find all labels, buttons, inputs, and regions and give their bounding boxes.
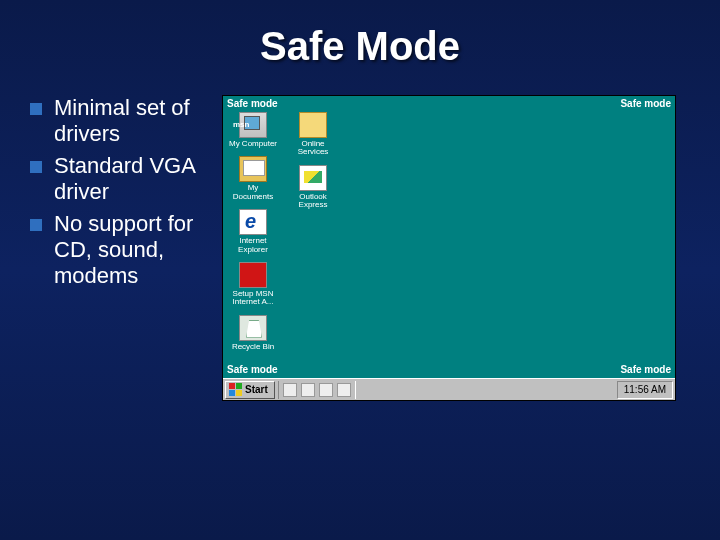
ie-icon (239, 209, 267, 235)
icon-column-2: Online Services Outlook Express (289, 112, 337, 351)
desktop-icon-recycle-bin[interactable]: Recycle Bin (229, 315, 277, 351)
quick-launch-item[interactable] (283, 383, 297, 397)
safe-mode-label-tr: Safe mode (620, 98, 671, 109)
icon-label: Setup MSN Internet A... (227, 290, 279, 307)
icon-label: Internet Explorer (227, 237, 279, 254)
start-label: Start (245, 384, 268, 395)
icon-column-1: My Computer My Documents Internet Explor… (229, 112, 277, 351)
bullet-text: No support for CD, sound, modems (54, 211, 208, 289)
windows-logo-icon (229, 383, 242, 396)
icon-label: Online Services (287, 140, 339, 157)
windows-safe-mode-screenshot: Safe mode Safe mode Safe mode Safe mode … (222, 95, 676, 401)
desktop-icon-setup-msn[interactable]: Setup MSN Internet A... (229, 262, 277, 307)
quick-launch-item[interactable] (319, 383, 333, 397)
quick-launch (278, 381, 356, 399)
desktop-icon-online-services[interactable]: Online Services (289, 112, 337, 157)
bullet-icon (30, 219, 42, 231)
bullet-text: Minimal set of drivers (54, 95, 208, 147)
msn-icon (239, 262, 267, 288)
system-tray-clock[interactable]: 11:56 AM (617, 381, 673, 399)
safe-mode-label-bl: Safe mode (227, 364, 278, 375)
bullet-item: Standard VGA driver (30, 153, 208, 205)
folder-icon (239, 156, 267, 182)
slide: Safe Mode Minimal set of drivers Standar… (0, 0, 720, 540)
bullet-icon (30, 161, 42, 173)
folder-icon (299, 112, 327, 138)
bullet-item: Minimal set of drivers (30, 95, 208, 147)
bullet-item: No support for CD, sound, modems (30, 211, 208, 289)
slide-title: Safe Mode (0, 0, 720, 69)
icon-label: My Documents (227, 184, 279, 201)
desktop-icon-my-documents[interactable]: My Documents (229, 156, 277, 201)
icon-label: Outlook Express (287, 193, 339, 210)
start-button[interactable]: Start (225, 381, 275, 399)
desktop-icon-outlook-express[interactable]: Outlook Express (289, 165, 337, 210)
desktop-icon-my-computer[interactable]: My Computer (229, 112, 277, 148)
slide-content: Minimal set of drivers Standard VGA driv… (0, 69, 720, 401)
outlook-icon (299, 165, 327, 191)
desktop-icons: My Computer My Documents Internet Explor… (229, 112, 337, 351)
desktop-icon-internet-explorer[interactable]: Internet Explorer (229, 209, 277, 254)
bullet-icon (30, 103, 42, 115)
quick-launch-item[interactable] (301, 383, 315, 397)
recycle-bin-icon (239, 315, 267, 341)
safe-mode-label-tl: Safe mode (227, 98, 278, 109)
bullet-list: Minimal set of drivers Standard VGA driv… (30, 95, 208, 401)
icon-label: Recycle Bin (227, 343, 279, 351)
taskbar: Start 11:56 AM (223, 378, 675, 400)
bullet-text: Standard VGA driver (54, 153, 208, 205)
quick-launch-item[interactable] (337, 383, 351, 397)
icon-label: My Computer (227, 140, 279, 148)
safe-mode-label-br: Safe mode (620, 364, 671, 375)
